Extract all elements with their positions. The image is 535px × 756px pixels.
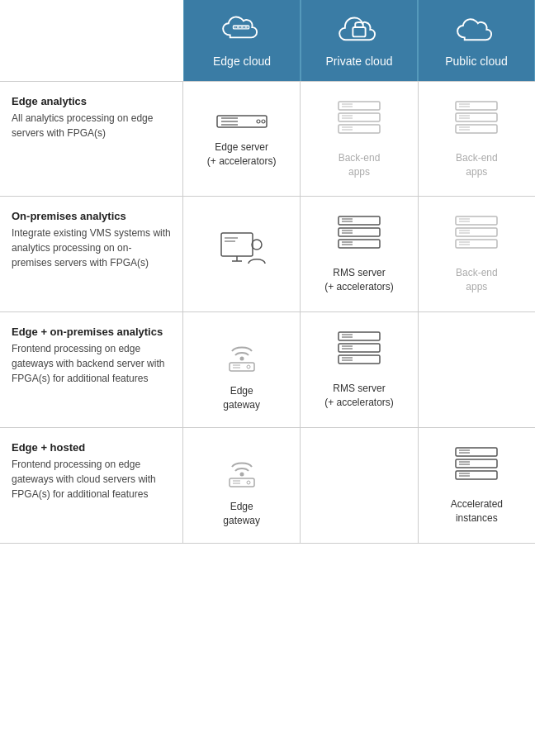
row2-col2-label: RMS server(+ accelerators): [324, 266, 394, 294]
row4-col3: Acceleratedinstances: [419, 428, 535, 543]
header-edge-cloud: Edge cloud: [183, 0, 301, 81]
edge-cloud-label: Edge cloud: [213, 55, 271, 68]
header-private-cloud: Private cloud: [301, 0, 418, 81]
row3-col3: [419, 312, 535, 427]
row2-col3: Back-endapps: [419, 197, 535, 311]
monitor-person-icon: [217, 226, 267, 276]
row-edge-hosted: Edge + hosted Frontend processing on edg…: [0, 428, 535, 544]
row1-col2: Back-endapps: [301, 82, 418, 196]
backend-apps-icon-2: [452, 99, 501, 145]
row1-col2-label: Back-endapps: [339, 151, 381, 179]
row4-col3-label: Acceleratedinstances: [451, 497, 503, 525]
row-onprem-title: On-premises analytics: [12, 210, 171, 222]
row-edge-analytics-title: Edge analytics: [12, 95, 171, 107]
row-edge-onprem-title: Edge + on-premises analytics: [12, 326, 171, 338]
row2-col3-label: Back-endapps: [456, 266, 498, 294]
svg-point-10: [257, 120, 260, 123]
row-edge-onprem-label: Edge + on-premises analytics Frontend pr…: [0, 312, 183, 427]
svg-rect-15: [339, 113, 380, 121]
private-cloud-label: Private cloud: [326, 55, 393, 68]
row-edge-hosted-desc: Frontend processing on edge gateways wit…: [12, 457, 171, 502]
accelerated-instances-icon: [452, 445, 501, 491]
row-edge-onprem: Edge + on-premises analytics Frontend pr…: [0, 312, 535, 428]
svg-point-11: [262, 120, 265, 123]
row1-col3: Back-endapps: [419, 82, 535, 196]
svg-point-35: [252, 240, 262, 250]
svg-point-68: [239, 472, 244, 476]
row4-col1: Edgegateway: [183, 428, 301, 543]
rms-server-icon-1: [334, 214, 384, 259]
row-onprem-desc: Integrate existing VMS systems with anal…: [12, 226, 171, 270]
header-row: Edge cloud Private cloud Public cloud: [0, 0, 535, 81]
svg-rect-39: [339, 228, 380, 236]
row-edge-analytics-desc: All analytics processing on edge servers…: [12, 111, 171, 140]
row1-col1: Edge server(+ accelerators): [183, 82, 301, 196]
row-onprem-analytics: On-premises analytics Integrate existing…: [0, 197, 535, 312]
svg-rect-42: [339, 240, 380, 248]
svg-rect-79: [456, 471, 497, 479]
svg-point-72: [247, 481, 250, 484]
row4-col2: [301, 428, 418, 543]
svg-rect-59: [339, 332, 380, 340]
edge-gateway-icon-2: [217, 444, 267, 493]
row3-col2: RMS server(+ accelerators): [301, 312, 418, 427]
svg-rect-5: [353, 27, 365, 36]
row3-col1-label: Edgegateway: [223, 384, 260, 412]
svg-rect-27: [456, 125, 497, 133]
svg-rect-48: [456, 228, 497, 236]
svg-rect-18: [339, 125, 380, 133]
row-onprem-label: On-premises analytics Integrate existing…: [0, 197, 183, 311]
private-cloud-icon: [339, 10, 380, 48]
rms-server-icon-2: [334, 330, 384, 375]
row-edge-analytics: Edge analytics All analytics processing …: [0, 81, 535, 197]
edge-server-icon: [213, 109, 271, 134]
row2-col2: RMS server(+ accelerators): [301, 197, 418, 311]
row1-col3-label: Back-endapps: [456, 151, 498, 179]
header-public-cloud: Public cloud: [418, 0, 535, 81]
row2-col1: [183, 197, 301, 311]
row4-col1-label: Edgegateway: [223, 500, 260, 528]
edge-gateway-icon-1: [217, 328, 267, 378]
row3-col2-label: RMS server(+ accelerators): [324, 382, 394, 410]
row-edge-hosted-label: Edge + hosted Frontend processing on edg…: [0, 428, 183, 543]
svg-rect-24: [456, 113, 497, 121]
edge-cloud-icon: [221, 10, 263, 48]
row-edge-onprem-desc: Frontend processing on edge gateways wit…: [12, 341, 171, 386]
header-empty-cell: [0, 0, 183, 81]
svg-rect-76: [456, 459, 497, 468]
svg-rect-12: [339, 102, 380, 110]
svg-rect-30: [221, 233, 253, 256]
row-edge-analytics-label: Edge analytics All analytics processing …: [0, 82, 183, 196]
row1-col1-label: Edge server(+ accelerators): [207, 140, 277, 169]
backend-apps-icon-3: [452, 214, 501, 259]
backend-apps-icon-1: [334, 99, 384, 145]
svg-rect-45: [456, 216, 497, 225]
svg-point-54: [239, 356, 244, 360]
svg-point-58: [247, 365, 250, 368]
svg-rect-21: [456, 102, 497, 110]
svg-rect-62: [339, 344, 380, 352]
row-edge-hosted-title: Edge + hosted: [12, 441, 171, 454]
svg-rect-36: [339, 216, 380, 225]
svg-rect-73: [456, 448, 497, 456]
row3-col1: Edgegateway: [183, 312, 301, 427]
public-cloud-label: Public cloud: [445, 55, 508, 68]
svg-rect-65: [339, 355, 380, 364]
svg-rect-51: [456, 240, 497, 248]
public-cloud-icon: [456, 10, 497, 48]
